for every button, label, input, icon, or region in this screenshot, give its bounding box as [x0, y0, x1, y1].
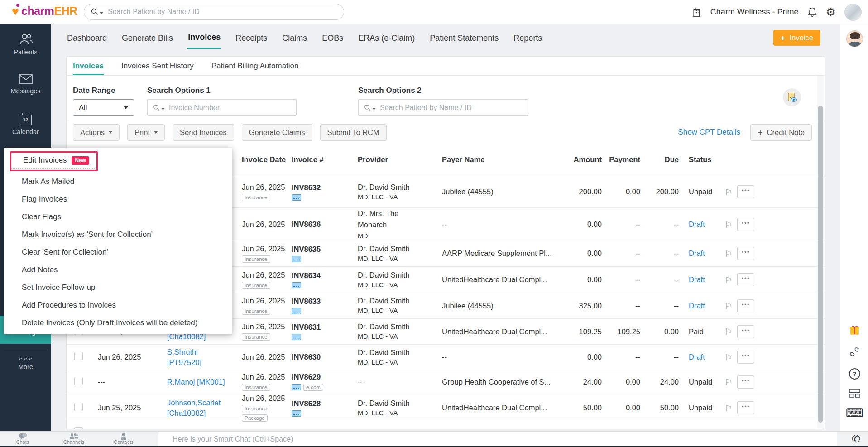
patient-link[interactable]: Smith Rohith — [167, 427, 238, 429]
print-menu-button[interactable]: Print — [127, 124, 165, 141]
nav-dashboard[interactable]: Dashboard — [67, 27, 107, 48]
row-checkbox[interactable] — [74, 427, 83, 430]
integrations-button[interactable] — [840, 346, 868, 358]
invoice-number[interactable]: INV8635 — [292, 245, 354, 254]
patient-search[interactable] — [358, 99, 528, 116]
nav-reports[interactable]: Reports — [513, 27, 542, 48]
keyboard-shortcuts-button[interactable]: ⌨ — [840, 407, 868, 419]
header-amount[interactable]: Amount — [565, 155, 603, 164]
nav-invoices[interactable]: Invoices — [187, 26, 221, 49]
layout-panels-button[interactable] — [840, 389, 868, 398]
header-payer-name[interactable]: Payer Name — [438, 155, 565, 164]
menu-item-add-notes[interactable]: Add Notes — [4, 261, 232, 279]
invoice-number[interactable]: INV8636 — [292, 220, 354, 229]
tab-patient-billing-automation[interactable]: Patient Billing Automation — [211, 62, 299, 75]
global-patient-search[interactable] — [84, 4, 344, 20]
menu-item-mark-sent-for-collection[interactable]: Mark Invoice(s) as 'Sent for Collection' — [4, 226, 232, 243]
menu-item-delete-invoices[interactable]: Delete Invoices (Only Draft Invoices wil… — [4, 314, 232, 332]
search-scope-caret-icon[interactable] — [372, 108, 376, 110]
table-scrollbar-thumb[interactable] — [818, 106, 823, 423]
assistant-avatar[interactable] — [840, 30, 868, 47]
sidebar-item-patients[interactable]: Patients — [0, 33, 51, 56]
flag-icon[interactable]: ⚐ — [724, 275, 732, 285]
phone-dialer-button[interactable]: ✆ — [852, 433, 860, 444]
menu-item-flag-invoices[interactable]: Flag Invoices — [4, 190, 232, 208]
flag-icon[interactable]: ⚐ — [724, 249, 732, 259]
search-scope-caret-icon[interactable] — [100, 12, 103, 14]
charm-ehr-logo[interactable]: ♥ charm EHR — [12, 5, 77, 18]
row-checkbox[interactable] — [74, 352, 83, 360]
row-menu-button[interactable]: ••• — [737, 273, 754, 286]
contacts-button[interactable]: Contacts — [108, 432, 139, 445]
flag-icon[interactable]: ⚐ — [724, 352, 732, 362]
header-invoice-date[interactable]: Invoice Date — [238, 155, 288, 164]
header-provider[interactable]: Provider — [354, 155, 438, 164]
row-menu-button[interactable]: ••• — [737, 325, 754, 338]
chats-button[interactable]: Chats — [7, 432, 38, 445]
menu-item-clear-sent-for-collection[interactable]: Clear 'Sent for Collection' — [4, 243, 232, 261]
smart-chat-input[interactable] — [173, 435, 770, 443]
nav-receipts[interactable]: Receipts — [235, 27, 268, 48]
menu-item-set-invoice-follow-up[interactable]: Set Invoice Follow-up — [4, 279, 232, 296]
rewards-button[interactable] — [840, 325, 868, 335]
invoice-number-search[interactable] — [147, 99, 297, 116]
invoice-number[interactable]: INV8628 — [292, 399, 354, 408]
smart-chat-input-area[interactable] — [158, 432, 837, 447]
practice-building-icon[interactable] — [691, 7, 702, 17]
nav-generate-bills[interactable]: Generate Bills — [121, 27, 173, 48]
flag-icon[interactable]: ⚐ — [724, 220, 732, 230]
flag-icon[interactable]: ⚐ — [724, 187, 732, 197]
nav-claims[interactable]: Claims — [282, 27, 307, 48]
flag-icon[interactable]: ⚐ — [724, 377, 732, 387]
notifications-bell-button[interactable] — [807, 7, 817, 18]
menu-item-edit-invoices[interactable]: Edit Invoices New — [4, 149, 232, 173]
flag-icon[interactable]: ⚐ — [724, 301, 732, 311]
row-menu-button[interactable]: ••• — [737, 401, 754, 414]
sidebar-item-messages[interactable]: Messages — [0, 74, 51, 95]
menu-item-clear-flags[interactable]: Clear Flags — [4, 208, 232, 226]
invoice-number[interactable]: INV8629 — [292, 373, 354, 381]
submit-to-rcm-button[interactable]: Submit To RCM — [320, 124, 387, 141]
invoice-number[interactable]: INV8630 — [292, 353, 354, 361]
row-menu-button[interactable]: ••• — [737, 375, 754, 389]
row-menu-button[interactable]: ••• — [737, 185, 754, 198]
row-checkbox[interactable] — [74, 377, 83, 385]
row-menu-button[interactable]: ••• — [737, 351, 754, 364]
invoice-number[interactable]: INV8634 — [292, 271, 354, 280]
patient-link[interactable]: R,Manoj [MK001] — [167, 377, 238, 387]
tab-invoices[interactable]: Invoices — [73, 62, 104, 75]
settings-gear-button[interactable]: ⚙ — [826, 6, 836, 18]
menu-item-add-procedures[interactable]: Add Procedures to Invoices — [4, 296, 232, 314]
row-menu-button[interactable]: ••• — [737, 299, 754, 312]
send-invoices-button[interactable]: Send Invoices — [173, 124, 234, 141]
patient-search-input[interactable] — [380, 104, 528, 112]
credit-note-button[interactable]: + Credit Note — [750, 124, 812, 141]
nav-eras[interactable]: ERAs (e-Claim) — [358, 27, 415, 48]
global-search-input[interactable] — [108, 8, 344, 16]
invoice-number[interactable]: INV8632 — [292, 183, 354, 192]
flag-icon[interactable]: ⚐ — [724, 327, 732, 336]
patient-link[interactable]: S,Shruthi[PT97520] — [167, 347, 238, 367]
row-menu-button[interactable]: ••• — [737, 247, 754, 260]
header-status[interactable]: Status — [680, 155, 720, 164]
table-scrollbar-track[interactable] — [817, 76, 824, 429]
flag-icon[interactable]: ⚐ — [724, 403, 732, 413]
cpt-details-toggle-button[interactable] — [783, 88, 801, 106]
row-checkbox[interactable] — [74, 403, 83, 411]
sidebar-item-calendar[interactable]: 12 Calendar — [0, 115, 51, 135]
header-invoice-number[interactable]: Invoice # — [288, 155, 354, 164]
generate-claims-button[interactable]: Generate Claims — [242, 124, 312, 141]
menu-item-mark-as-mailed[interactable]: Mark As Mailed — [4, 173, 232, 190]
practice-name[interactable]: Charm Wellness - Prime — [710, 7, 799, 17]
actions-menu-button[interactable]: Actions — [73, 124, 120, 141]
help-button[interactable]: ? — [840, 368, 868, 380]
tab-invoices-sent-history[interactable]: Invoices Sent History — [121, 62, 194, 75]
search-scope-caret-icon[interactable] — [161, 108, 165, 110]
row-menu-button[interactable]: ••• — [737, 218, 754, 231]
date-range-select[interactable]: All — [73, 99, 134, 116]
sidebar-item-more[interactable]: More — [0, 358, 51, 370]
invoice-number[interactable]: INV8631 — [292, 323, 354, 332]
invoice-number[interactable]: INV8633 — [292, 297, 354, 306]
nav-eobs[interactable]: EOBs — [321, 27, 344, 48]
channels-button[interactable]: Channels — [58, 432, 90, 445]
